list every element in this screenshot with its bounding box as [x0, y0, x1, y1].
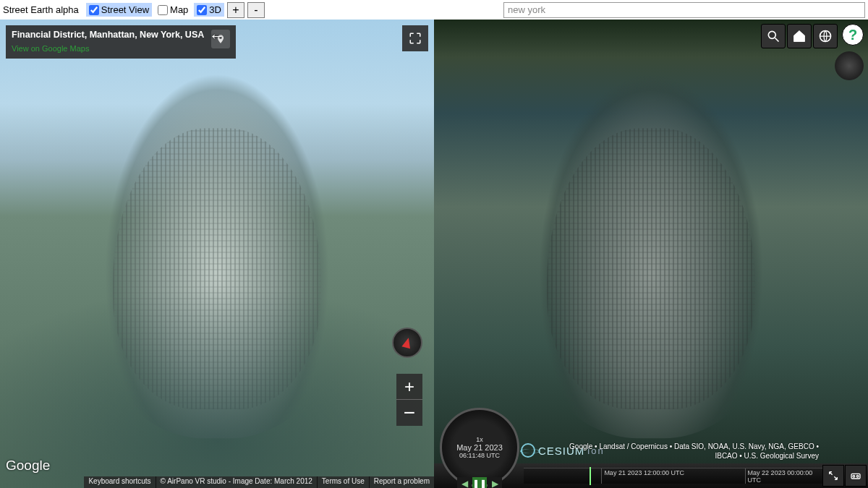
fullscreen-button[interactable] [402, 25, 428, 51]
toggle-map-checkbox[interactable] [158, 5, 168, 15]
vr-button[interactable] [845, 465, 867, 487]
3d-terrain-imagery [521, 73, 781, 438]
view-on-google-maps-link[interactable]: View on Google Maps [12, 44, 204, 53]
timeline-tick-2: May 22 2023 00:00:00 UTC [745, 468, 822, 484]
svg-line-1 [775, 38, 779, 42]
timeline-right-controls [822, 465, 867, 487]
clock-date: May 21 2023 [456, 444, 503, 452]
compass-needle-icon [401, 337, 412, 349]
fullscreen-icon [409, 32, 422, 45]
home-button[interactable] [787, 24, 812, 48]
toggle-map-label: Map [170, 4, 188, 15]
globe-icon [818, 29, 833, 43]
timeline-bar: 1x May 21 2023 06:11:48 UTC ◀ ❚❚ ▶ May 2… [434, 463, 868, 488]
cesium-toolbar: ? [761, 24, 864, 48]
timeline-cursor[interactable] [590, 467, 591, 485]
svg-point-4 [853, 475, 855, 477]
toolbar: Street Earth alpha Street View Map 3D + … [0, 0, 868, 20]
back-arrow-icon[interactable]: ← [209, 27, 225, 46]
location-text: Financial District, Manhattan, New York,… [12, 30, 204, 40]
search-wrap [268, 2, 865, 18]
timeline-track[interactable]: May 21 2023 12:00:00 UTC May 22 2023 00:… [524, 468, 822, 484]
panes: Financial District, Manhattan, New York,… [0, 20, 868, 488]
zoom-out-button[interactable]: - [247, 2, 265, 18]
svg-point-5 [856, 475, 859, 477]
animation-clock[interactable]: 1x May 21 2023 06:11:48 UTC ◀ ❚❚ ▶ [440, 408, 519, 487]
enter-fullscreen-button[interactable] [822, 465, 844, 487]
toggle-streetview[interactable]: Street View [86, 3, 152, 17]
toggle-streetview-checkbox[interactable] [89, 5, 99, 15]
clock-speed: 1x [476, 436, 483, 444]
attribution-line2: IBCAO • U.S. Geological Survey [569, 451, 819, 461]
toggle-3d-checkbox[interactable] [197, 5, 207, 15]
zoom-in-button[interactable]: + [227, 2, 244, 18]
svg-point-0 [768, 31, 775, 38]
streetview-zoom-in[interactable]: + [396, 374, 422, 400]
search-input[interactable] [503, 2, 865, 18]
pause-button[interactable]: ❚❚ [472, 477, 487, 488]
toggle-map[interactable]: Map [155, 3, 191, 17]
keyboard-shortcuts-link[interactable]: Keyboard shortcuts [84, 476, 155, 488]
search-icon [766, 29, 780, 43]
geocoder-search-button[interactable] [761, 24, 786, 48]
help-icon: ? [848, 27, 857, 43]
cesium-orb-icon [521, 443, 535, 458]
scene-mode-button[interactable] [813, 24, 838, 48]
data-attribution: Google • Landsat / Copernicus • Data SIO… [569, 442, 819, 461]
app-title: Street Earth alpha [3, 4, 79, 15]
compass-control[interactable] [392, 328, 422, 358]
timeline-tick-1: May 21 2023 12:00:00 UTC [601, 468, 684, 484]
play-reverse-button[interactable]: ◀ [457, 477, 472, 488]
streetview-pane[interactable]: Financial District, Manhattan, New York,… [0, 20, 434, 488]
streetview-footer: Keyboard shortcuts © AirPano VR studio -… [0, 476, 434, 488]
expand-icon [827, 470, 839, 481]
aerial-imagery [87, 73, 347, 438]
toggle-3d-label: 3D [209, 4, 221, 15]
zoom-control: + − [396, 374, 422, 426]
home-icon [792, 29, 807, 43]
navigation-knob[interactable] [835, 51, 864, 80]
toggle-3d[interactable]: 3D [194, 3, 224, 17]
imagery-credit: © AirPano VR studio - Image Date: March … [156, 476, 317, 488]
report-problem-link[interactable]: Report a problem [369, 476, 434, 488]
clock-time: 06:11:48 UTC [459, 452, 500, 460]
play-controls: ◀ ❚❚ ▶ [457, 477, 502, 488]
clock-face: 1x May 21 2023 06:11:48 UTC [453, 421, 506, 474]
play-forward-button[interactable]: ▶ [488, 477, 502, 488]
terms-link[interactable]: Terms of Use [317, 476, 369, 488]
streetview-zoom-out[interactable]: − [396, 400, 422, 426]
attribution-line1: Google • Landsat / Copernicus • Data SIO… [569, 442, 819, 451]
help-button[interactable]: ? [842, 24, 864, 46]
toggle-streetview-label: Street View [101, 4, 149, 15]
location-box: Financial District, Manhattan, New York,… [6, 25, 236, 59]
cesium-3d-pane[interactable]: ? CESIUM ion Google • Landsat / Copernic… [434, 20, 868, 488]
vr-icon [850, 470, 861, 481]
google-logo: Google [6, 458, 50, 474]
